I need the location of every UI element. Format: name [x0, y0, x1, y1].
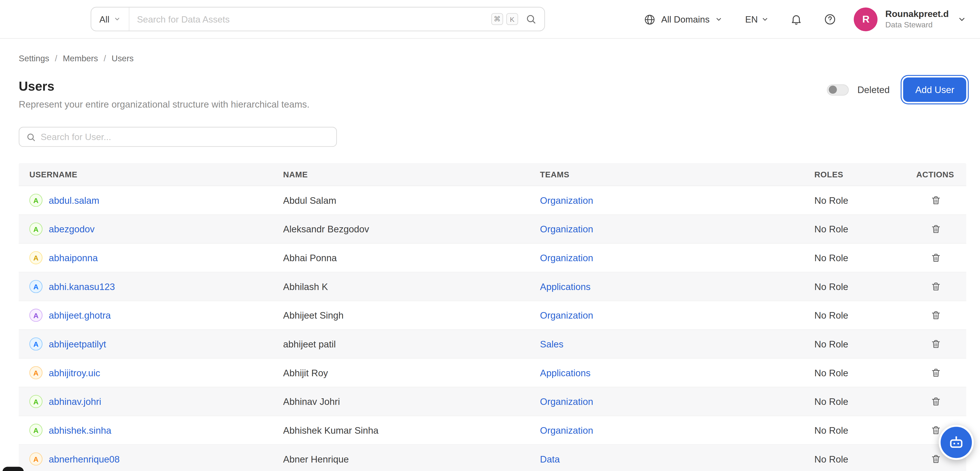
role-cell: No Role [804, 253, 905, 263]
user-avatar: A [29, 309, 42, 322]
language-dropdown[interactable]: EN [745, 14, 769, 24]
name-cell: Abhai Ponna [272, 253, 529, 263]
trash-icon [931, 310, 941, 321]
user-avatar: A [29, 194, 42, 207]
role-cell: No Role [804, 368, 905, 378]
delete-user-button[interactable] [929, 251, 942, 264]
team-link[interactable]: Applications [540, 281, 590, 292]
role-cell: No Role [804, 425, 905, 436]
team-link[interactable]: Organization [540, 253, 593, 263]
search-scope-dropdown[interactable]: All [91, 8, 130, 30]
role-cell: No Role [804, 453, 905, 464]
breadcrumb-users[interactable]: Users [112, 54, 134, 63]
role-cell: No Role [804, 310, 905, 321]
name-cell: Abdul Salam [272, 195, 529, 206]
team-link[interactable]: Applications [540, 368, 590, 378]
username-cell: A abezgodov [19, 223, 272, 236]
name-cell: Abner Henrique [272, 453, 529, 464]
chatbot-button[interactable] [939, 425, 974, 460]
team-cell: Organization [529, 425, 803, 436]
name-cell: abhijeet patil [272, 339, 529, 349]
table-row: A abhaiponna Abhai Ponna Organization No… [19, 244, 966, 272]
delete-user-button[interactable] [929, 337, 942, 350]
delete-user-button[interactable] [929, 194, 942, 207]
team-link[interactable]: Data [540, 453, 560, 464]
username-link[interactable]: abhijitroy.uic [49, 368, 100, 378]
chevron-down-icon [762, 16, 769, 23]
username-link[interactable]: abhaiponna [49, 253, 98, 263]
delete-user-button[interactable] [929, 309, 942, 322]
search-icon[interactable] [526, 14, 536, 24]
role-cell: No Role [804, 339, 905, 349]
bell-icon [790, 13, 803, 26]
username-link[interactable]: abhishek.sinha [49, 425, 111, 436]
role-cell: No Role [804, 195, 905, 206]
user-avatar: A [29, 251, 42, 264]
username-link[interactable]: abnerhenrique08 [49, 453, 120, 464]
bottom-left-widget[interactable] [2, 467, 24, 471]
trash-icon [931, 253, 941, 263]
team-link[interactable]: Organization [540, 195, 593, 206]
delete-user-button[interactable] [929, 395, 942, 408]
chevron-down-icon [715, 16, 723, 23]
username-link[interactable]: abezgodov [49, 224, 94, 234]
username-link[interactable]: abdul.salam [49, 195, 99, 206]
username-cell: A abnerhenrique08 [19, 452, 272, 465]
username-link[interactable]: abhi.kanasu123 [49, 281, 115, 292]
delete-user-button[interactable] [929, 223, 942, 236]
team-link[interactable]: Organization [540, 224, 593, 234]
column-header-name: NAME [272, 170, 529, 179]
users-table: USERNAME NAME TEAMS ROLES ACTIONS A abdu… [19, 163, 966, 471]
global-search-input[interactable] [129, 8, 491, 30]
team-cell: Data [529, 453, 803, 464]
global-search-bar[interactable]: All ⌘ K [91, 7, 545, 31]
user-search-bar[interactable] [19, 127, 337, 147]
table-row: A abnerhenrique08 Abner Henrique Data No… [19, 445, 966, 471]
actions-cell [905, 337, 966, 350]
delete-user-button[interactable] [929, 366, 942, 379]
team-link[interactable]: Organization [540, 396, 593, 407]
table-row: A abhishek.sinha Abhishek Kumar Sinha Or… [19, 416, 966, 445]
question-circle-icon [824, 13, 837, 26]
team-link[interactable]: Sales [540, 339, 563, 349]
top-header: All ⌘ K All Domains [0, 0, 980, 39]
chevron-down-icon [958, 15, 966, 24]
team-cell: Organization [529, 224, 803, 234]
user-avatar: A [29, 366, 42, 379]
table-header: USERNAME NAME TEAMS ROLES ACTIONS [19, 163, 966, 186]
help-button[interactable] [824, 13, 837, 26]
robot-icon [947, 433, 966, 452]
username-cell: A abhi.kanasu123 [19, 280, 272, 293]
breadcrumb-settings[interactable]: Settings [19, 54, 49, 63]
breadcrumb-members[interactable]: Members [63, 54, 98, 63]
cmd-key-badge: ⌘ [491, 13, 503, 25]
column-header-teams: TEAMS [529, 170, 803, 179]
username-cell: A abhishek.sinha [19, 424, 272, 437]
user-menu[interactable]: R Rounakpreet.d Data Steward [854, 8, 966, 31]
team-cell: Applications [529, 281, 803, 292]
delete-user-button[interactable] [929, 452, 942, 465]
header-right-cluster: All Domains EN [644, 0, 966, 39]
page-title: Users [19, 79, 54, 94]
username-cell: A abhijeet.ghotra [19, 309, 272, 322]
deleted-toggle[interactable] [827, 84, 849, 95]
search-icon [26, 132, 36, 142]
role-cell: No Role [804, 224, 905, 234]
user-avatar: A [29, 452, 42, 465]
username-link[interactable]: abhijeet.ghotra [49, 310, 111, 321]
username-link[interactable]: abhijeetpatilyt [49, 339, 106, 349]
username-link[interactable]: abhinav.johri [49, 396, 101, 407]
user-search-input[interactable] [41, 132, 329, 142]
team-link[interactable]: Organization [540, 310, 593, 321]
username-cell: A abhijeetpatilyt [19, 337, 272, 350]
trash-icon [931, 425, 941, 436]
trash-icon [931, 195, 941, 206]
add-user-button[interactable]: Add User [904, 78, 966, 102]
domains-dropdown[interactable]: All Domains [644, 13, 723, 25]
team-link[interactable]: Organization [540, 425, 593, 436]
delete-user-button[interactable] [929, 280, 942, 293]
notifications-button[interactable] [790, 13, 803, 26]
trash-icon [931, 224, 941, 234]
actions-cell [905, 366, 966, 379]
trash-icon [931, 453, 941, 464]
